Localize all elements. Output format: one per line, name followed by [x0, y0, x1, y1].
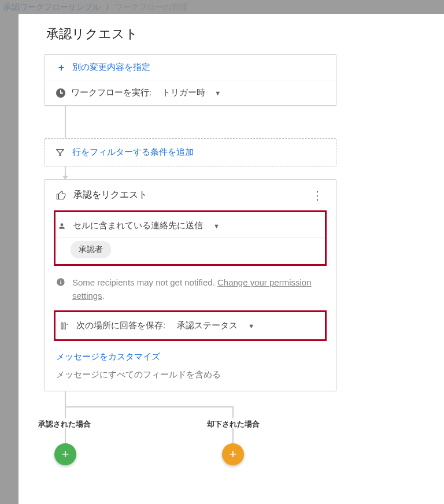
customize-message-link[interactable]: メッセージをカスタマイズ: [45, 348, 336, 366]
chevron-down-icon: ▼: [214, 90, 221, 97]
run-workflow-label: ワークフローを実行:: [71, 87, 151, 98]
branch-connector-horizontal: [65, 406, 234, 407]
kebab-menu-icon[interactable]: ⋮: [308, 190, 327, 201]
thumbs-up-icon: [56, 190, 66, 201]
highlight-save-section: 次の場所に回答を保存: 承認ステータス ▼: [54, 310, 327, 341]
connector-line: [65, 106, 66, 138]
modal-title: 承認リクエスト: [18, 25, 444, 54]
trigger-card: + 別の変更内容を指定 ワークフローを実行: トリガー時 ▼: [44, 54, 336, 106]
save-response-label: 次の場所に回答を保存:: [76, 320, 165, 331]
add-declined-action-button[interactable]: +: [222, 443, 244, 465]
branch-container: 承認された場合 却下された場合 + +: [44, 391, 419, 472]
approval-request-modal: 承認リクエスト + 別の変更内容を指定 ワークフローを実行: トリガー時 ▼ 行…: [18, 14, 444, 504]
person-icon: [58, 222, 66, 230]
divider: [57, 237, 324, 238]
svg-rect-1: [60, 281, 61, 284]
plus-icon: +: [56, 62, 66, 73]
save-response-row[interactable]: 次の場所に回答を保存: 承認ステータス ▼: [58, 320, 323, 331]
filter-label: 行をフィルターする条件を追加: [72, 147, 194, 158]
chevron-down-icon: ▼: [213, 223, 220, 229]
send-to-row[interactable]: セルに含まれている連絡先に送信 ▼: [56, 214, 325, 237]
add-change-row[interactable]: + 別の変更内容を指定: [45, 55, 336, 80]
permission-warning-text: Some recipients may not get notified. Ch…: [72, 276, 324, 302]
connector-arrow: [65, 166, 66, 179]
info-icon: [56, 277, 65, 287]
approval-title: 承認をリクエスト: [73, 189, 301, 201]
branch-leg-left: [65, 407, 66, 418]
highlight-send-section: セルに含まれている連絡先に送信 ▼ 承認者: [54, 210, 327, 266]
svg-rect-4: [64, 323, 66, 329]
send-to-label: セルに含まれている連絡先に送信: [73, 220, 203, 231]
add-change-label: 別の変更内容を指定: [72, 62, 150, 73]
svg-rect-3: [61, 323, 63, 329]
branch-leg-right: [232, 407, 234, 418]
approval-action-card: 承認をリクエスト ⋮ セルに含まれている連絡先に送信 ▼ 承認者: [44, 179, 336, 391]
chevron-down-icon: ▼: [248, 323, 254, 329]
run-workflow-value: トリガー時: [162, 87, 205, 98]
approver-chip[interactable]: 承認者: [71, 241, 111, 258]
svg-rect-2: [60, 280, 61, 280]
run-workflow-row[interactable]: ワークフローを実行: トリガー時 ▼: [45, 80, 336, 105]
filter-condition-card[interactable]: 行をフィルターする条件を追加: [44, 138, 336, 166]
branch-connector-down: [65, 391, 66, 406]
save-response-value: 承認ステータス: [177, 320, 238, 331]
permission-warning-row: Some recipients may not get notified. Ch…: [45, 270, 336, 310]
add-approved-action-button[interactable]: +: [54, 443, 76, 465]
clock-icon: [56, 88, 65, 98]
branch-leg2-left: [65, 428, 66, 443]
branch-leg2-right: [232, 428, 234, 443]
filter-icon: [56, 149, 64, 157]
column-icon: [60, 321, 69, 331]
include-all-fields-label: メッセージにすべてのフィールドを含める: [45, 366, 336, 391]
approval-header: 承認をリクエスト ⋮: [45, 180, 336, 210]
